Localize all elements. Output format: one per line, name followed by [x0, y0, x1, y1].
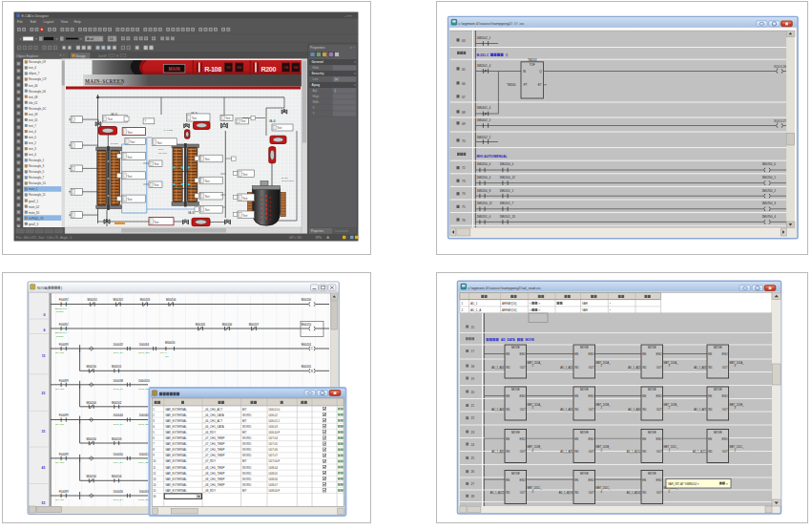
svg-text:AD_DATA: AD_DATA — [501, 338, 515, 342]
svg-text:MH1 AUTO/MENUAL: MH1 AUTO/MENUAL — [477, 155, 508, 159]
svg-text:_06_CH0_DATA: _06_CH0_DATA — [203, 413, 224, 417]
svg-text:M00205: M00205 — [196, 323, 206, 327]
svg-text:E-CADx Designer: E-CADx Designer — [22, 14, 50, 18]
svg-text:Rectangle_10: Rectangle_10 — [29, 181, 46, 185]
svg-text:MOVE: MOVE — [580, 472, 589, 476]
svg-text:U07.05: U07.05 — [269, 442, 279, 446]
svg-text:(e): (e) — [335, 77, 339, 81]
svg-text:Help: Help — [74, 20, 81, 24]
svg-text:▼: ▼ — [55, 37, 58, 41]
svg-text:MOVE: MOVE — [648, 472, 656, 476]
svg-text:Hide: Hide — [313, 66, 320, 70]
svg-text:text_01: text_01 — [29, 118, 38, 122]
svg-text:View: View — [61, 20, 69, 24]
svg-text:F00092: F00092 — [59, 323, 69, 327]
svg-text:ellipse_7: ellipse_7 — [29, 72, 40, 75]
svg-text:VAR_EXTERNAL: VAR_EXTERNAL — [165, 448, 187, 452]
svg-text:IN1: IN1 — [642, 366, 647, 370]
svg-text:MBT_201B_: MBT_201B_ — [528, 445, 542, 449]
svg-text:U08.05: U08.05 — [269, 472, 279, 476]
svg-text:15: 15 — [471, 326, 475, 329]
svg-text:OUT: OUT — [722, 450, 728, 454]
svg-text:1M0402_2: 1M0402_2 — [477, 118, 491, 122]
svg-text:ENO: ENO — [656, 352, 663, 356]
svg-text:26: 26 — [471, 470, 475, 474]
svg-text:EN: EN — [574, 394, 578, 398]
svg-text:D00058: D00058 — [139, 490, 150, 494]
svg-text:text_4: text_4 — [29, 66, 36, 70]
svg-text:Rectangle_3: Rectangle_3 — [29, 164, 45, 168]
svg-text:Rectangle_0C: Rectangle_0C — [29, 107, 46, 111]
svg-text:Rectangle_06: Rectangle_06 — [29, 90, 46, 94]
svg-text:(2/4) ON: (2/4) ON — [55, 461, 64, 464]
svg-text:MOVE: MOVE — [714, 431, 722, 435]
svg-text:(2/4) ON: (2/4) ON — [55, 351, 64, 354]
svg-text:ENO: ENO — [722, 352, 729, 356]
svg-text:Apog: Apog — [312, 83, 320, 87]
svg-text:Text: Text — [204, 208, 209, 212]
svg-text:□: □ — [93, 54, 94, 58]
svg-text:VA-30: VA-30 — [188, 211, 196, 215]
svg-text:▼ ×: ▼ × — [59, 53, 65, 57]
svg-text:WORD: WORD — [242, 448, 251, 452]
svg-text:test_4: test_4 — [29, 153, 36, 157]
svg-text:1M0200_0: 1M0200_0 — [477, 162, 491, 166]
svg-text:69: 69 — [462, 122, 466, 126]
svg-text:main_30: main_30 — [29, 211, 39, 215]
svg-text:20: 20 — [471, 391, 475, 394]
svg-text:D00050: D00050 — [114, 453, 124, 456]
svg-text:_06_CH1_ACT: _06_CH1_ACT — [203, 419, 223, 423]
svg-text:0: 0 — [44, 313, 46, 317]
svg-text:WORD: WORD — [242, 436, 251, 440]
svg-text:_07_CH0_TEMP: _07_CH0_TEMP — [203, 436, 225, 440]
svg-text:76: 76 — [462, 219, 466, 223]
svg-text:ENO: ENO — [589, 394, 595, 398]
svg-text:BIT: BIT — [242, 459, 247, 463]
svg-text:Text: Text — [204, 180, 209, 183]
svg-text:AD_1_A[5]: AD_1_A[5] — [560, 408, 573, 412]
svg-text:MBT_201B_: MBT_201B_ — [664, 403, 678, 407]
svg-text:XQ0.5.26: XQ0.5.26 — [774, 65, 786, 69]
svg-text:MOVE: MOVE — [714, 346, 722, 350]
svg-text:MBT_201B_: MBT_201B_ — [596, 445, 611, 449]
svg-text:R200: R200 — [260, 65, 276, 74]
svg-text:14: 14 — [110, 37, 114, 41]
svg-text:MOVE: MOVE — [511, 472, 520, 476]
svg-text:U06.01.1: U06.01.1 — [269, 419, 281, 423]
svg-text:MOVE: MOVE — [714, 388, 722, 392]
svg-text:OUT: OUT — [589, 408, 594, 412]
svg-text:text_06: text_06 — [29, 84, 38, 88]
svg-text:AD_1: AD_1 — [470, 302, 478, 306]
svg-text:CLOCK: CLOCK — [56, 335, 65, 338]
svg-text:M00210: M00210 — [302, 323, 312, 327]
svg-text:▼ ×: ▼ × — [350, 46, 356, 50]
svg-text:1M0200_4: 1M0200_4 — [477, 176, 491, 180]
svg-text:Text: Text — [154, 221, 158, 224]
svg-text:TOF: TOF — [530, 63, 535, 67]
svg-text:TM200: TM200 — [507, 83, 516, 87]
svg-text:AD_1_A[11]: AD_1_A[11] — [693, 450, 707, 454]
svg-text:Agl: Agl — [313, 89, 318, 93]
svg-text:ET: ET — [538, 83, 542, 87]
svg-text:D00056: D00056 — [114, 490, 124, 494]
svg-text:BIT: BIT — [242, 419, 247, 423]
svg-text:U07.04: U07.04 — [269, 436, 279, 440]
svg-text:▼: ▼ — [354, 72, 357, 75]
svg-text:H: H — [116, 54, 118, 58]
svg-text:M00200: M00200 — [302, 298, 312, 302]
svg-text:IN1: IN1 — [642, 450, 647, 454]
svg-text:M00201: M00201 — [87, 298, 97, 302]
svg-text:Text: Text — [127, 131, 132, 135]
svg-text:EN: EN — [574, 437, 578, 441]
svg-text:MAIN-SCREEN: MAIN-SCREEN — [85, 78, 125, 84]
svg-text:IN1: IN1 — [506, 491, 510, 495]
svg-text:MBT_201A_: MBT_201A_ — [664, 361, 678, 365]
svg-text:IN1: IN1 — [574, 491, 579, 495]
svg-text:Text: Text — [192, 117, 197, 120]
svg-text:F00092: F00092 — [59, 298, 69, 302]
svg-text:13: 13 — [153, 477, 156, 481]
svg-text:M00200: M00200 — [86, 437, 96, 441]
svg-text:F00099: F00099 — [59, 379, 69, 383]
svg-text:TQ#3_DV: TQ#3_DV — [113, 423, 123, 426]
svg-text:IN1: IN1 — [506, 450, 510, 454]
